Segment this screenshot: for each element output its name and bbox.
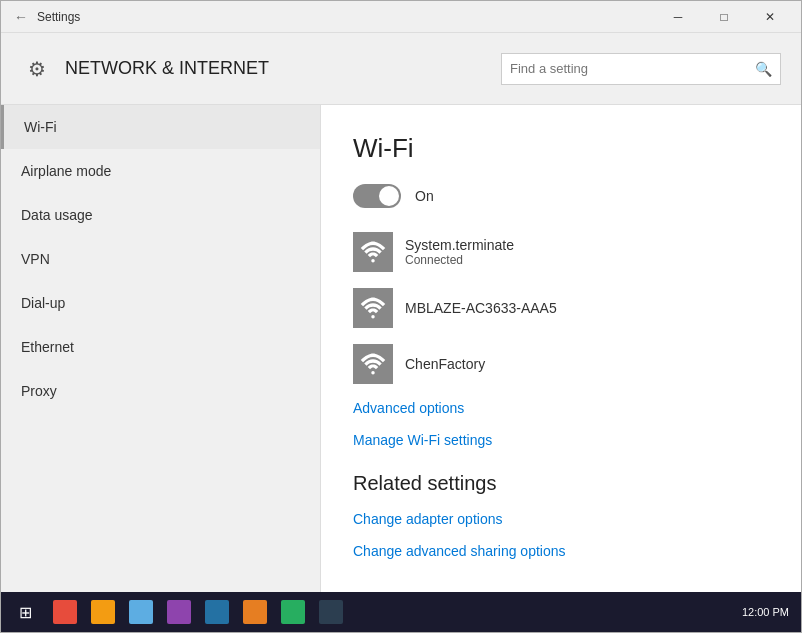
taskbar-app-8[interactable] — [313, 594, 349, 630]
change-adapter-link[interactable]: Change adapter options — [353, 511, 769, 527]
toggle-knob — [379, 186, 399, 206]
network-name-1: MBLAZE-AC3633-AAA5 — [405, 300, 557, 316]
related-settings-title: Related settings — [353, 472, 769, 495]
network-info-0: System.terminate Connected — [405, 237, 514, 267]
settings-app-icon: ⚙ — [21, 53, 53, 85]
taskbar-app-6[interactable] — [237, 594, 273, 630]
taskbar-app-1[interactable] — [47, 594, 83, 630]
change-sharing-link[interactable]: Change advanced sharing options — [353, 543, 769, 559]
search-input[interactable] — [510, 61, 755, 76]
wifi-signal-icon-2 — [353, 344, 393, 384]
taskbar-app-3[interactable] — [123, 594, 159, 630]
minimize-button[interactable]: ─ — [655, 1, 701, 33]
taskbar-app-5[interactable] — [199, 594, 235, 630]
network-item-system-terminate[interactable]: System.terminate Connected — [353, 232, 769, 272]
window-controls: ─ □ ✕ — [655, 1, 793, 33]
network-name-2: ChenFactory — [405, 356, 485, 372]
back-button[interactable]: ← — [9, 5, 33, 29]
sidebar-item-dialup[interactable]: Dial-up — [1, 281, 320, 325]
sidebar-item-proxy[interactable]: Proxy — [1, 369, 320, 413]
manage-wifi-link[interactable]: Manage Wi-Fi settings — [353, 432, 769, 448]
close-button[interactable]: ✕ — [747, 1, 793, 33]
app-title: NETWORK & INTERNET — [65, 58, 501, 79]
network-info-2: ChenFactory — [405, 356, 485, 372]
sidebar: Wi-Fi Airplane mode Data usage VPN Dial-… — [1, 105, 321, 592]
window-title: Settings — [37, 10, 655, 24]
network-item-mblaze[interactable]: MBLAZE-AC3633-AAA5 — [353, 288, 769, 328]
network-status-0: Connected — [405, 253, 514, 267]
sidebar-item-data-usage[interactable]: Data usage — [1, 193, 320, 237]
search-box: 🔍 — [501, 53, 781, 85]
wifi-signal-icon-1 — [353, 288, 393, 328]
app-header: ⚙ NETWORK & INTERNET 🔍 — [1, 33, 801, 105]
wifi-toggle[interactable] — [353, 184, 401, 208]
title-bar: ← Settings ─ □ ✕ — [1, 1, 801, 33]
sidebar-item-ethernet[interactable]: Ethernet — [1, 325, 320, 369]
taskbar-time: 12:00 PM — [742, 606, 789, 618]
taskbar-app-4[interactable] — [161, 594, 197, 630]
page-title: Wi-Fi — [353, 133, 769, 164]
network-info-1: MBLAZE-AC3633-AAA5 — [405, 300, 557, 316]
sidebar-item-vpn[interactable]: VPN — [1, 237, 320, 281]
sidebar-item-airplane[interactable]: Airplane mode — [1, 149, 320, 193]
maximize-button[interactable]: □ — [701, 1, 747, 33]
main-content: Wi-Fi Airplane mode Data usage VPN Dial-… — [1, 105, 801, 592]
sidebar-item-wifi[interactable]: Wi-Fi — [1, 105, 320, 149]
network-name-0: System.terminate — [405, 237, 514, 253]
wifi-signal-icon-0 — [353, 232, 393, 272]
settings-window: ← Settings ─ □ ✕ ⚙ NETWORK & INTERNET 🔍 — [0, 0, 802, 633]
content-panel: Wi-Fi On System.terminate Connected — [321, 105, 801, 592]
toggle-label: On — [415, 188, 434, 204]
advanced-options-link[interactable]: Advanced options — [353, 400, 769, 416]
search-icon[interactable]: 🔍 — [755, 61, 772, 77]
network-item-chenfactory[interactable]: ChenFactory — [353, 344, 769, 384]
taskbar-app-2[interactable] — [85, 594, 121, 630]
taskbar-right: 12:00 PM — [742, 606, 797, 618]
start-button[interactable]: ⊞ — [5, 592, 45, 632]
wifi-toggle-row: On — [353, 184, 769, 208]
taskbar: ⊞ 12:00 PM — [1, 592, 801, 632]
taskbar-app-7[interactable] — [275, 594, 311, 630]
